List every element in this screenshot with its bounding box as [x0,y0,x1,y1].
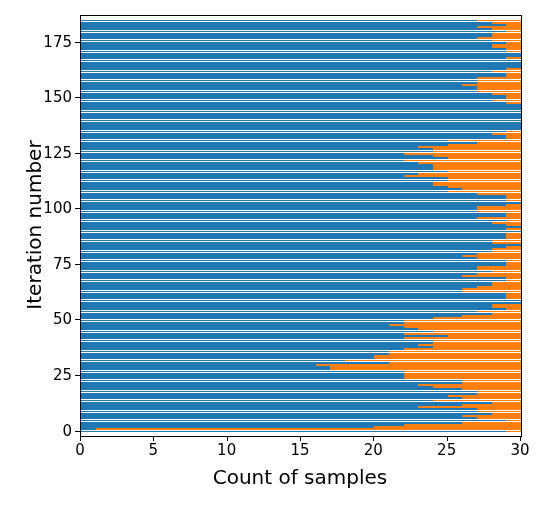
bar-primary [81,48,506,50]
bar-primary [81,364,316,366]
y-tick-mark [75,153,80,154]
y-tick-mark [75,375,80,376]
bar-primary [81,406,418,408]
bar-secondary [316,364,521,366]
bar-primary [81,46,492,48]
bar-primary [81,348,404,350]
bar-primary [81,411,477,413]
bar-primary [81,355,374,357]
bar-secondary [506,48,521,50]
bar-primary [81,124,521,126]
bar-secondary [462,422,521,424]
bar-secondary [506,51,521,53]
bar-secondary [374,426,521,428]
x-tick-label: 15 [290,443,309,458]
bar-secondary [477,311,521,313]
bar-primary [81,248,492,250]
bar-secondary [492,40,521,42]
bar-primary [81,315,462,317]
bar-primary [81,224,506,226]
bar-primary [81,262,506,264]
bar-secondary [448,171,521,173]
bar-secondary [492,100,521,102]
bar-primary [81,220,506,222]
bar-primary [81,280,506,282]
bar-primary [81,206,477,208]
bar-primary [81,120,521,122]
bar-primary [81,35,492,37]
bar-primary [81,395,448,397]
bar-primary [81,131,506,133]
bar-primary [81,146,418,148]
bar-primary [81,71,492,73]
bar-secondary [492,71,521,73]
bar-secondary [477,206,521,208]
bar-primary [81,266,477,268]
bar-secondary [404,153,521,155]
bar-primary [81,137,506,139]
bar-primary [81,226,521,228]
bar-secondary [462,404,521,406]
bar-secondary [492,251,521,253]
bar-primary [81,255,462,257]
bar-secondary [404,160,521,162]
bar-secondary [418,328,521,330]
bar-secondary [433,400,521,402]
bar-secondary [492,282,521,284]
bar-secondary [404,322,521,324]
bar-primary [81,222,492,224]
bar-secondary [330,368,521,370]
bar-secondary [506,237,521,239]
bar-primary [81,191,448,193]
x-tick-label: 5 [149,443,159,458]
bar-secondary [506,68,521,70]
bar-secondary [462,382,521,384]
bar-secondary [477,211,521,213]
bar-primary [81,393,477,395]
bar-primary [81,162,418,164]
bar-secondary [477,273,521,275]
bar-secondary [477,217,521,219]
bar-secondary [506,75,521,77]
bar-primary [81,340,433,342]
bar-primary [81,73,506,75]
bar-secondary [477,266,521,268]
bar-secondary [506,431,521,433]
bar-secondary [506,135,521,137]
bar-primary [81,351,389,353]
bar-primary [81,360,345,362]
bar-primary [81,335,448,337]
bar-primary [81,108,521,110]
bar-secondary [448,144,521,146]
bar-primary [81,251,492,253]
bar-primary [81,391,477,393]
bar-secondary [433,331,521,333]
bar-secondary [462,255,521,257]
bar-primary [81,288,462,290]
bar-secondary [477,37,521,39]
bar-primary [81,142,477,144]
bar-primary [81,151,433,153]
y-tick-label: 50 [53,312,72,327]
bar-secondary [448,157,521,159]
y-tick-label: 75 [53,256,72,271]
bar-primary [81,20,477,22]
bar-primary [81,422,462,424]
bar-secondary [477,91,521,93]
bar-primary [81,295,506,297]
x-tick-label: 30 [510,443,529,458]
bar-primary [81,113,521,115]
bar-primary [81,217,477,219]
bar-primary [81,324,389,326]
bar-primary [81,400,433,402]
bar-primary [81,157,448,159]
bar-primary [81,188,462,190]
bar-secondary [506,235,521,237]
bar-secondary [477,411,521,413]
bar-secondary [506,31,521,33]
bar-primary [81,322,404,324]
bar-secondary [506,102,521,104]
bar-secondary [492,46,521,48]
bar-secondary [492,304,521,306]
bar-secondary [462,84,521,86]
